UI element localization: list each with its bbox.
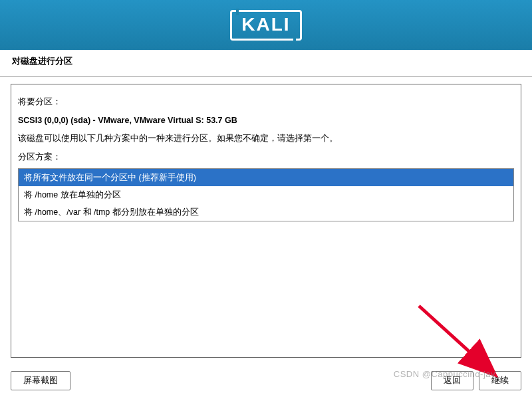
- hint-text: 该磁盘可以使用以下几种方案中的一种来进行分区。如果您不确定，请选择第一个。: [18, 132, 514, 146]
- option-separate-home-var-tmp[interactable]: 将 /home、/var 和 /tmp 都分别放在单独的分区: [19, 203, 513, 221]
- scheme-options-list: 将所有文件放在同一个分区中 (推荐新手使用) 将 /home 放在单独的分区 将…: [18, 168, 514, 221]
- header-banner: KALI: [0, 0, 532, 50]
- page-title: 对磁盘进行分区: [0, 50, 532, 72]
- footer-right-group: 返回 继续: [431, 371, 521, 390]
- logo-text: KALI: [241, 14, 290, 35]
- kali-logo: KALI: [230, 10, 301, 41]
- intro-label: 将要分区：: [18, 95, 514, 109]
- option-separate-home[interactable]: 将 /home 放在单独的分区: [19, 186, 513, 203]
- option-all-one-partition[interactable]: 将所有文件放在同一个分区中 (推荐新手使用): [19, 169, 513, 186]
- disk-info: SCSI3 (0,0,0) (sda) - VMware, VMware Vir…: [18, 116, 514, 125]
- footer-bar: 屏幕截图 返回 继续: [0, 364, 532, 397]
- back-button[interactable]: 返回: [431, 371, 473, 390]
- content-area: 将要分区： SCSI3 (0,0,0) (sda) - VMware, VMwa…: [0, 77, 532, 364]
- partition-panel: 将要分区： SCSI3 (0,0,0) (sda) - VMware, VMwa…: [11, 84, 521, 358]
- scheme-label: 分区方案：: [18, 150, 514, 164]
- screenshot-button[interactable]: 屏幕截图: [11, 371, 70, 390]
- continue-button[interactable]: 继续: [479, 371, 521, 390]
